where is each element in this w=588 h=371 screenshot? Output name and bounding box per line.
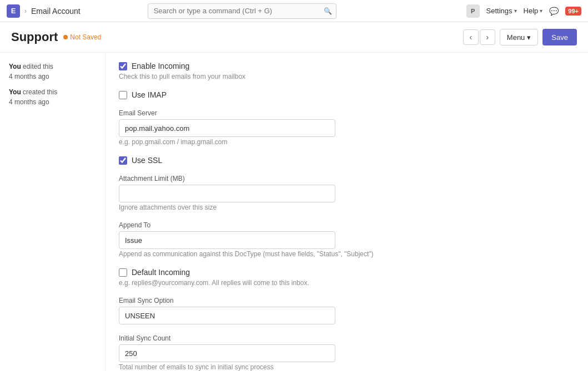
default-incoming-checkbox[interactable]	[119, 268, 127, 277]
enable-incoming-check: Enable Incoming	[119, 62, 575, 70]
sidebar-you-1: You	[9, 63, 21, 70]
email-sync-option-input[interactable]	[119, 307, 335, 324]
topnav-right-actions: P Settings ▾ Help ▾ 💬 99+	[466, 4, 581, 18]
sidebar-you-2: You	[9, 88, 21, 96]
email-sync-option-group: Email Sync Option	[119, 297, 575, 324]
use-ssl-check: Use SSL	[119, 156, 575, 165]
email-sync-option-label: Email Sync Option	[119, 297, 575, 304]
not-saved-badge: Not Saved	[63, 33, 101, 41]
attachment-limit-group: Attachment Limit (MB) Ignore attachments…	[119, 175, 575, 211]
not-saved-dot	[63, 35, 68, 39]
enable-incoming-group: Enable Incoming Check this to pull email…	[119, 62, 575, 80]
search-container: 🔍	[148, 3, 336, 19]
settings-button[interactable]: Settings ▾	[486, 7, 517, 15]
save-button[interactable]: Save	[542, 29, 577, 45]
use-imap-check: Use IMAP	[119, 90, 575, 99]
menu-button[interactable]: Menu ▾	[500, 29, 539, 45]
avatar: P	[466, 4, 480, 18]
page-header-right: ‹ › Menu ▾ Save	[463, 29, 577, 45]
enable-incoming-hint: Check this to pull emails from your mail…	[119, 73, 575, 80]
sidebar-time-2: 4 months ago	[9, 98, 49, 106]
append-to-hint: Append as communication against this Doc…	[119, 250, 575, 258]
attachment-limit-hint: Ignore attachments over this size	[119, 204, 575, 211]
notification-badge[interactable]: 99+	[565, 7, 581, 16]
sidebar-created-entry: You created this 4 months ago	[9, 87, 96, 107]
email-server-label: Email Server	[119, 109, 575, 117]
nav-arrows: ‹ ›	[463, 29, 495, 45]
append-to-group: Append To Append as communication agains…	[119, 221, 575, 258]
sidebar: You edited this 4 months ago You created…	[0, 53, 105, 371]
prev-button[interactable]: ‹	[463, 29, 479, 45]
default-incoming-group: Default Incoming e.g. replies@yourcomany…	[119, 268, 575, 287]
initial-sync-count-group: Initial Sync Count Total number of email…	[119, 334, 575, 371]
main-form: Enable Incoming Check this to pull email…	[105, 53, 588, 371]
not-saved-label: Not Saved	[70, 33, 101, 41]
page-title: Support	[11, 30, 58, 44]
initial-sync-count-label: Initial Sync Count	[119, 334, 575, 342]
enable-incoming-checkbox[interactable]	[119, 62, 127, 70]
use-imap-group: Use IMAP	[119, 90, 575, 99]
use-imap-label[interactable]: Use IMAP	[132, 90, 167, 99]
enable-incoming-label[interactable]: Enable Incoming	[132, 62, 189, 70]
search-input[interactable]	[148, 3, 336, 19]
default-incoming-check: Default Incoming	[119, 268, 575, 277]
initial-sync-count-input[interactable]	[119, 344, 335, 362]
email-server-group: Email Server e.g. pop.gmail.com / imap.g…	[119, 109, 575, 146]
attachment-limit-input[interactable]	[119, 185, 335, 202]
attachment-limit-label: Attachment Limit (MB)	[119, 175, 575, 182]
append-to-label: Append To	[119, 221, 575, 229]
app-logo: E	[7, 4, 20, 18]
default-incoming-hint: e.g. replies@yourcomany.com. All replies…	[119, 279, 575, 287]
page-header: Support Not Saved ‹ › Menu ▾ Save	[0, 22, 588, 53]
top-navigation: E › Email Account 🔍 P Settings ▾ Help ▾ …	[0, 0, 588, 22]
search-icon: 🔍	[324, 7, 332, 15]
breadcrumb-chevron: ›	[24, 7, 27, 15]
initial-sync-count-hint: Total number of emails to sync in initia…	[119, 363, 575, 371]
use-ssl-label[interactable]: Use SSL	[132, 156, 162, 165]
append-to-input[interactable]	[119, 231, 335, 249]
use-imap-checkbox[interactable]	[119, 91, 127, 99]
sidebar-time-1: 4 months ago	[9, 73, 49, 80]
help-button[interactable]: Help ▾	[524, 7, 543, 15]
notifications-icon: 💬	[549, 7, 559, 16]
breadcrumb-title: Email Account	[31, 7, 81, 16]
use-ssl-group: Use SSL	[119, 156, 575, 165]
sidebar-edited-entry: You edited this 4 months ago	[9, 62, 96, 82]
content-layout: You edited this 4 months ago You created…	[0, 53, 588, 371]
default-incoming-label[interactable]: Default Incoming	[132, 268, 190, 277]
use-ssl-checkbox[interactable]	[119, 156, 127, 165]
email-server-input[interactable]	[119, 119, 335, 137]
next-button[interactable]: ›	[480, 29, 495, 45]
email-server-hint: e.g. pop.gmail.com / imap.gmail.com	[119, 138, 575, 146]
